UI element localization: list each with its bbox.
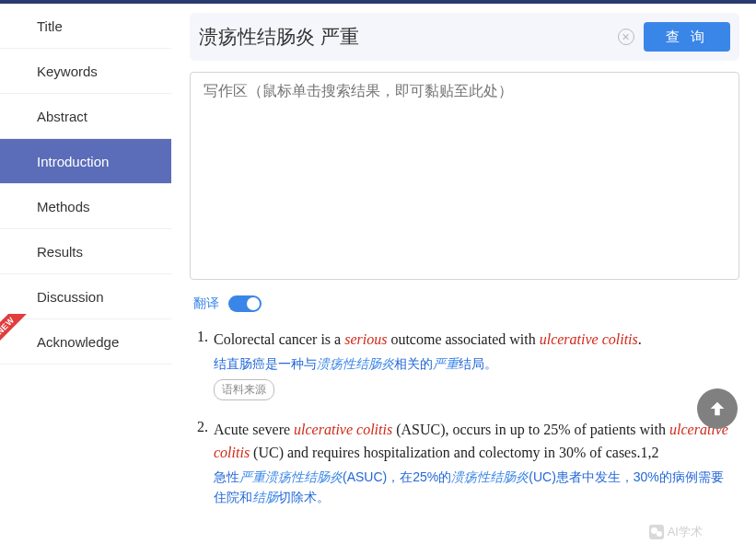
query-button[interactable]: 查 询 [644,22,730,52]
result-en: Acute severe ulcerative colitis (ASUC), … [214,422,728,460]
writing-textarea[interactable] [190,72,739,280]
result-cn: 结直肠癌是一种与溃疡性结肠炎相关的严重结局。 [214,353,736,374]
result-en: Colorectal cancer is a serious outcome a… [214,331,642,347]
sidebar: Title Keywords Abstract Introduction Met… [0,4,171,544]
sidebar-item-label: Title [37,18,63,34]
translate-label: 翻译 [193,295,219,312]
sidebar-item-label: Keywords [37,64,98,79]
sidebar-item-label: Introduction [37,154,109,169]
sidebar-item-keywords[interactable]: Keywords [0,49,171,94]
main-content: ✕ 查 询 翻译 1. Colorectal cancer is a serio… [171,4,756,544]
result-body: Acute severe ulcerative colitis (ASUC), … [214,419,736,507]
source-button[interactable]: 语料来源 [214,379,274,400]
search-bar: ✕ 查 询 [190,13,739,61]
sidebar-item-discussion[interactable]: Discussion [0,274,171,319]
translate-row: 翻译 [193,295,739,312]
arrow-up-icon [707,399,727,419]
sidebar-item-label: Results [37,244,83,260]
sidebar-item-acknowledge[interactable]: NEW Acknowledge [0,319,171,365]
sidebar-item-label: Methods [37,199,90,214]
translate-toggle[interactable] [228,295,262,312]
result-cn: 急性严重溃疡性结肠炎(ASUC)，在25%的溃疡性结肠炎(UC)患者中发生，30… [214,467,736,508]
sidebar-item-title[interactable]: Title [0,4,171,49]
result-body: Colorectal cancer is a serious outcome a… [214,329,736,400]
sidebar-item-methods[interactable]: Methods [0,184,171,229]
sidebar-item-label: Acknowledge [37,334,119,350]
sidebar-item-results[interactable]: Results [0,229,171,274]
toggle-knob [247,297,260,310]
result-item[interactable]: 1. Colorectal cancer is a serious outcom… [193,329,736,400]
result-number: 1. [193,329,214,400]
clear-icon[interactable]: ✕ [618,29,634,45]
scroll-top-button[interactable] [697,388,738,429]
result-item[interactable]: 2. Acute severe ulcerative colitis (ASUC… [193,419,736,507]
sidebar-item-abstract[interactable]: Abstract [0,94,171,139]
result-number: 2. [193,419,214,507]
sidebar-item-label: Discussion [37,289,104,305]
search-input[interactable] [199,20,609,53]
new-badge: NEW [0,314,29,349]
sidebar-item-label: Abstract [37,109,87,124]
results-list: 1. Colorectal cancer is a serious outcom… [190,329,739,507]
sidebar-item-introduction[interactable]: Introduction [0,139,171,184]
